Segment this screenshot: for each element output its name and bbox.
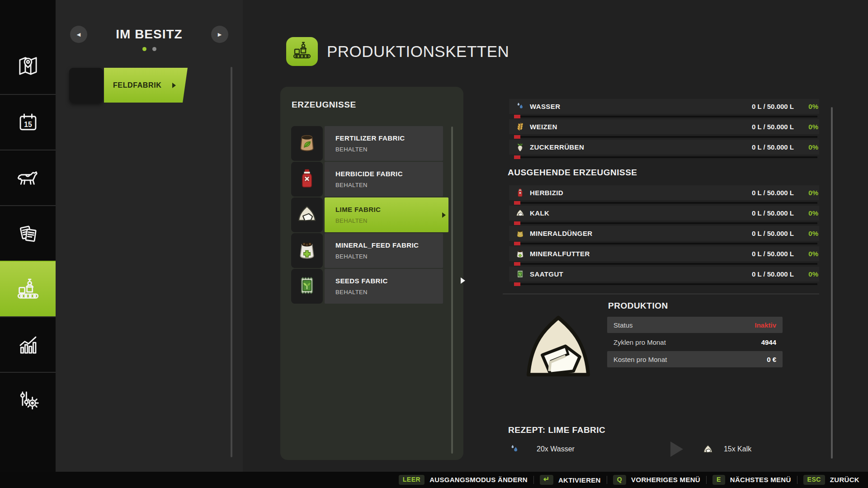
product-item-image — [291, 162, 323, 197]
storage-row-amount: 0 L / 50.000 L — [752, 189, 794, 197]
fill-level-marker — [514, 115, 520, 118]
product-item-label: SEEDS FABRIC — [335, 277, 443, 285]
calendar-icon: 15 — [15, 109, 41, 136]
keybar-item-zurück[interactable]: ESCZURÜCK — [803, 475, 859, 484]
herbicide-icon — [295, 167, 319, 192]
product-item-mode: BEHALTEN — [335, 182, 443, 188]
product-item-fertilizer-fabric[interactable]: FERTILIZER FABRICBEHALTEN — [291, 126, 443, 161]
product-item-label: HERBICIDE FABRIC — [335, 170, 443, 178]
recipe-input-text: 20x Wasser — [537, 445, 575, 453]
sidebar-item-animals[interactable] — [0, 150, 56, 205]
page-dots — [56, 47, 243, 51]
sidebar-item-settings[interactable] — [0, 372, 56, 427]
storage-row-fill-bar — [514, 283, 817, 285]
page-dot-1[interactable] — [142, 47, 146, 51]
sidebar-item-finances[interactable] — [0, 205, 56, 261]
documents-icon — [15, 221, 41, 247]
storage-row-amount: 0 L / 50.000 L — [752, 230, 794, 237]
storage-row-label: SAATGUT — [530, 270, 563, 278]
product-item-herbicide-fabric[interactable]: HERBICIDE FABRICBEHALTEN — [291, 162, 443, 197]
keybar-item-nächstes-menü[interactable]: ENÄCHSTES MENÜ — [712, 475, 791, 484]
fill-level-marker — [514, 135, 520, 139]
owned-item-feldfabrik[interactable]: FELDFABRIK — [69, 68, 227, 103]
selected-product-arrow-icon — [442, 212, 446, 218]
sidebar-item-production[interactable] — [0, 261, 56, 316]
keybar-divider — [607, 476, 607, 484]
storage-row-line: MINERALDÜNGER0 L / 50.000 L0% — [509, 226, 819, 241]
chart-icon — [15, 332, 41, 358]
storage-row-percent: 0% — [794, 250, 818, 258]
product-item-image — [291, 126, 323, 161]
keybar-item-ausgangsmodus-ändern[interactable]: LEERAUSGANGSMODUS ÄNDERN — [399, 475, 528, 484]
storage-row-line: HERBIZID0 L / 50.000 L0% — [509, 185, 819, 200]
sugar-beet-icon — [514, 142, 525, 152]
enter-badge: ↵ — [540, 475, 553, 485]
storage-row-line: SAATGUT0 L / 50.000 L0% — [509, 267, 819, 282]
outgoing-products-title: AUSGEHENDE ERZEUGNISSE — [508, 168, 637, 178]
page-dot-2[interactable] — [152, 47, 156, 51]
storage-row-line: ZUCKERRÜBEN0 L / 50.000 L0% — [509, 140, 819, 155]
product-item-image — [291, 233, 323, 268]
product-item-seeds-fabric[interactable]: SEEDS FABRICBEHALTEN — [291, 269, 443, 304]
storage-row-label: KALK — [530, 209, 549, 217]
herbicide-icon — [514, 188, 525, 198]
recipe-row: 20x Wasser 15x Kalk — [509, 439, 834, 459]
svg-text:15: 15 — [24, 120, 32, 128]
storage-row-fill-bar — [514, 222, 817, 224]
lime-icon — [514, 208, 525, 218]
storage-row-amount: 0 L / 50.000 L — [752, 123, 794, 131]
product-item-strip: SEEDS FABRICBEHALTEN — [325, 269, 443, 304]
panel-expand-arrow-icon[interactable] — [461, 277, 465, 284]
fertilizer-icon — [295, 131, 319, 156]
product-item-label: FERTILIZER FABRIC — [335, 134, 443, 142]
production-row-label: Kosten pro Monat — [613, 356, 667, 363]
recipe-title: REZEPT: LIME FABRIC — [508, 425, 605, 435]
products-scrollbar[interactable] — [451, 127, 453, 454]
product-item-strip: HERBICIDE FABRICBEHALTEN — [325, 162, 443, 197]
keybar-item-vorheriges-menü[interactable]: QVORHERIGES MENÜ — [613, 475, 700, 484]
next-page-button[interactable]: ▶ — [211, 26, 228, 43]
product-item-image — [291, 197, 323, 232]
fill-level-marker — [514, 262, 520, 266]
production-table: StatusInaktivZyklen pro Monat4944Kosten … — [607, 317, 783, 368]
storage-row-amount: 0 L / 50.000 L — [752, 250, 794, 258]
product-item-mode: BEHALTEN — [335, 217, 448, 224]
sidebar-item-calendar[interactable]: 15 — [0, 94, 56, 150]
storage-row-weizen: WEIZEN0 L / 50.000 L0% — [503, 119, 819, 139]
production-chains-icon — [286, 37, 318, 66]
storage-row-fill-bar — [514, 202, 817, 204]
keybar-item-aktivieren[interactable]: ↵AKTIVIEREN — [540, 475, 601, 485]
product-item-mineral-feed-fabric[interactable]: MINERAL_FEED FABRICBEHALTEN — [291, 233, 443, 268]
storage-row-percent: 0% — [794, 103, 818, 110]
storage-row-line: WASSER0 L / 50.000 L0% — [509, 99, 819, 114]
production-row-status: StatusInaktiv — [607, 317, 783, 333]
production-row-value: Inaktiv — [755, 321, 776, 329]
owned-panel-scrollbar[interactable] — [231, 67, 232, 457]
owned-item-strip: FELDFABRIK — [104, 68, 188, 103]
storage-row-fill-bar — [514, 136, 817, 138]
production-row-label: Zyklen pro Monat — [613, 338, 666, 346]
fill-level-marker — [514, 201, 520, 205]
keybar-label: NÄCHSTES MENÜ — [730, 476, 791, 483]
storage-row-percent: 0% — [794, 123, 818, 131]
storage-row-fill-bar — [514, 263, 817, 265]
storage-row-label: ZUCKERRÜBEN — [530, 143, 584, 151]
storage-row-mineralfutter: MINERALFUTTER0 L / 50.000 L0% — [503, 246, 819, 266]
sidebar-item-map[interactable] — [0, 38, 56, 93]
recipe-arrow-icon — [670, 441, 683, 457]
product-item-lime-fabric[interactable]: LIME FABRICBEHALTEN — [291, 197, 443, 232]
product-item-strip: FERTILIZER FABRICBEHALTEN — [325, 126, 443, 161]
mineral-feed-icon — [514, 249, 525, 259]
product-item-image — [291, 269, 323, 304]
product-item-mode: BEHALTEN — [335, 146, 443, 153]
water-icon — [509, 443, 520, 455]
storage-row-zuckerrüben: ZUCKERRÜBEN0 L / 50.000 L0% — [503, 139, 819, 160]
owned-panel: ◀ IM BESITZ ▶ FELDFABRIK — [56, 0, 243, 488]
outgoing-products-list: HERBIZID0 L / 50.000 L0%KALK0 L / 50.000… — [503, 185, 819, 286]
products-panel: ERZEUGNISSE FERTILIZER FABRICBEHALTENHER… — [280, 87, 463, 460]
main-scrollbar[interactable] — [831, 107, 833, 459]
production-row-value: 0 € — [767, 356, 776, 363]
products-panel-title: ERZEUGNISSE — [292, 100, 356, 110]
sidebar-item-statistics[interactable] — [0, 316, 56, 372]
fill-level-marker — [514, 282, 520, 286]
